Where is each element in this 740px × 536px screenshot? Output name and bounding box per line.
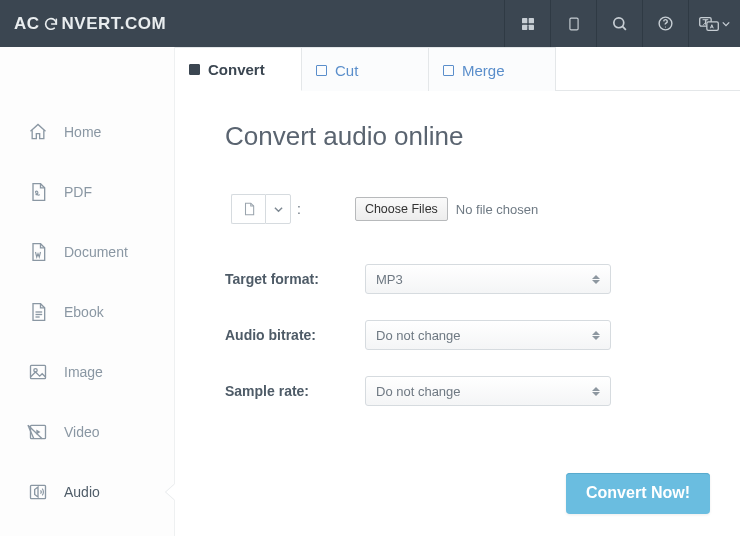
svg-point-6 xyxy=(614,18,624,28)
svg-rect-15 xyxy=(31,365,46,378)
checkbox-icon xyxy=(316,65,327,76)
svg-point-9 xyxy=(665,26,666,27)
label-sample-rate: Sample rate: xyxy=(225,383,365,399)
sidebar-item-video[interactable]: Video xyxy=(0,402,174,462)
main: Convert Cut Merge Convert audio online xyxy=(175,47,740,536)
tab-cut[interactable]: Cut xyxy=(302,47,429,91)
sidebar-item-label: PDF xyxy=(64,184,92,200)
svg-rect-3 xyxy=(528,24,533,29)
updown-icon xyxy=(592,275,600,284)
tabs: Convert Cut Merge xyxy=(175,47,740,91)
tab-label: Cut xyxy=(335,62,358,79)
sidebar-item-pdf[interactable]: PDF xyxy=(0,162,174,222)
updown-icon xyxy=(592,331,600,340)
sidebar-item-label: Document xyxy=(64,244,128,260)
source-picker xyxy=(231,194,291,224)
brand-part2: NVERT.COM xyxy=(62,14,167,34)
sidebar-item-label: Home xyxy=(64,124,101,140)
sidebar-item-label: Ebook xyxy=(64,304,104,320)
select-target-format[interactable]: MP3 xyxy=(365,264,611,294)
svg-rect-2 xyxy=(522,24,527,29)
select-value: MP3 xyxy=(376,272,403,287)
sidebar-item-audio[interactable]: Audio xyxy=(0,462,174,522)
sidebar-item-label: Video xyxy=(64,424,100,440)
sidebar-item-image[interactable]: Image xyxy=(0,342,174,402)
svg-line-7 xyxy=(622,26,625,29)
colon: : xyxy=(297,201,301,217)
file-source-dropdown[interactable] xyxy=(265,194,291,224)
sidebar-item-ebook[interactable]: Ebook xyxy=(0,282,174,342)
tab-label: Convert xyxy=(208,61,265,78)
file-source-button[interactable] xyxy=(231,194,265,224)
page-title: Convert audio online xyxy=(225,121,710,152)
brand[interactable]: AC NVERT.COM xyxy=(0,0,166,47)
svg-rect-0 xyxy=(522,18,527,23)
select-audio-bitrate[interactable]: Do not change xyxy=(365,320,611,350)
row-audio-bitrate: Audio bitrate: Do not change xyxy=(225,320,710,350)
tab-convert[interactable]: Convert xyxy=(175,47,302,91)
label-audio-bitrate: Audio bitrate: xyxy=(225,327,365,343)
checkbox-icon xyxy=(443,65,454,76)
select-value: Do not change xyxy=(376,328,461,343)
sidebar-item-label: Audio xyxy=(64,484,100,500)
checkbox-icon xyxy=(189,64,200,75)
search-icon[interactable] xyxy=(596,0,642,47)
file-chosen-state: No file chosen xyxy=(456,202,538,217)
tablet-icon[interactable] xyxy=(550,0,596,47)
content: Convert audio online : Choose Files No f… xyxy=(175,91,740,452)
language-icon[interactable] xyxy=(688,0,740,47)
chevron-down-icon xyxy=(274,205,283,214)
select-value: Do not change xyxy=(376,384,461,399)
select-sample-rate[interactable]: Do not change xyxy=(365,376,611,406)
top-actions xyxy=(504,0,740,47)
convert-now-button[interactable]: Convert Now! xyxy=(566,473,710,514)
choose-files-button[interactable]: Choose Files xyxy=(355,197,448,221)
svg-rect-4 xyxy=(569,18,577,30)
sidebar-item-home[interactable]: Home xyxy=(0,102,174,162)
refresh-icon xyxy=(43,16,59,32)
file-icon xyxy=(242,201,256,217)
row-sample-rate: Sample rate: Do not change xyxy=(225,376,710,406)
tab-label: Merge xyxy=(462,62,505,79)
brand-part1: AC xyxy=(14,14,40,34)
topbar: AC NVERT.COM xyxy=(0,0,740,47)
help-icon[interactable] xyxy=(642,0,688,47)
grid-icon[interactable] xyxy=(504,0,550,47)
sidebar: Home PDF Document Ebook Image Video Audi… xyxy=(0,47,175,536)
row-target-format: Target format: MP3 xyxy=(225,264,710,294)
tab-merge[interactable]: Merge xyxy=(429,47,556,91)
file-picker-row: : Choose Files No file chosen xyxy=(231,194,710,224)
label-target-format: Target format: xyxy=(225,271,365,287)
sidebar-item-label: Image xyxy=(64,364,103,380)
svg-rect-1 xyxy=(528,18,533,23)
updown-icon xyxy=(592,387,600,396)
sidebar-item-document[interactable]: Document xyxy=(0,222,174,282)
